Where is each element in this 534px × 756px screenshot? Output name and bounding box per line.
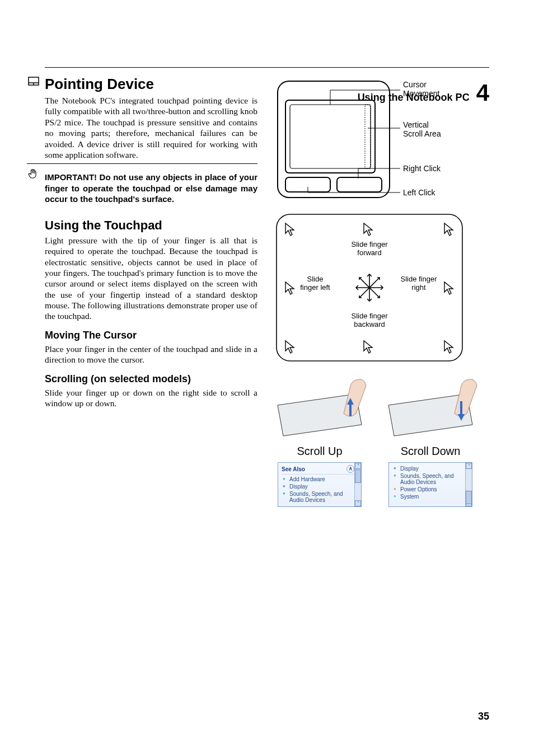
pointing-device-body: The Notebook PC's integrated touchpad po… xyxy=(45,95,257,160)
scroll-panel-up: See Also ∧ Add Hardware Display Sounds, … xyxy=(278,462,362,507)
panel-title: See Also ∧ xyxy=(282,465,354,475)
touchpad-schematic-figure: CursorMovement VerticalScroll Area Right… xyxy=(274,78,465,201)
label-slide-forward: Slide fingerforward xyxy=(341,240,397,257)
section-pointing-device: Pointing Device xyxy=(27,76,257,93)
page-number: 35 xyxy=(478,711,489,722)
collapse-icon: ∧ xyxy=(346,465,354,473)
svg-rect-5 xyxy=(290,105,371,168)
scroll-panel-down: Display Sounds, Speech, and Audio Device… xyxy=(388,462,472,507)
scroll-up-arrow-icon: ˄ xyxy=(355,463,361,469)
caption-scroll-down: Scroll Down xyxy=(383,445,478,458)
panel-item: Display xyxy=(392,465,465,472)
caution-hand-icon xyxy=(27,167,39,205)
panel-item: Power Options xyxy=(392,486,465,493)
panel-item: Sounds, Speech, and Audio Devices xyxy=(392,472,465,486)
panel-item: Display xyxy=(282,483,354,490)
chapter-number: 4 xyxy=(476,81,489,105)
label-slide-right: Slide fingerright xyxy=(396,275,441,292)
svg-rect-6 xyxy=(365,105,371,168)
scroll-figure: Scroll Up See Also ∧ Add Hardware Displa… xyxy=(274,374,476,537)
section-using-touchpad: Using the Touchpad xyxy=(45,218,257,233)
label-slide-backward: Slide fingerbackward xyxy=(341,312,397,328)
panel-item: System xyxy=(392,493,465,500)
section-scrolling: Scrolling (on selected models) xyxy=(45,373,257,385)
label-right-click: Right Click xyxy=(403,164,441,173)
scrollbar-thumb xyxy=(466,491,472,504)
section-title: Pointing Device xyxy=(45,76,154,93)
scrollbar-thumb xyxy=(355,469,361,483)
moving-cursor-body: Place your finger in the center of the t… xyxy=(45,344,257,365)
header-rule xyxy=(45,67,489,68)
scroll-down-arrow-icon: ˅ xyxy=(355,500,361,506)
touchpad-section-icon xyxy=(27,76,40,93)
caption-scroll-up: Scroll Up xyxy=(272,445,367,458)
important-callout: IMPORTANT! Do not use any objects in pla… xyxy=(27,163,257,205)
important-text: IMPORTANT! Do not use any objects in pla… xyxy=(45,172,257,205)
svg-rect-4 xyxy=(285,100,375,173)
label-slide-left: Slidefinger left xyxy=(296,275,335,292)
svg-rect-8 xyxy=(337,177,382,192)
finger-direction-figure: Slide fingerforward Slide fingerbackward… xyxy=(274,212,465,363)
using-touchpad-body: Light pressure with the tip of your fing… xyxy=(45,235,257,322)
svg-rect-3 xyxy=(278,81,390,198)
scroll-up-sketch xyxy=(272,374,367,442)
label-vertical-scroll: VerticalScroll Area xyxy=(403,120,441,138)
label-cursor-movement: CursorMovement xyxy=(403,80,439,98)
scroll-down-sketch xyxy=(383,374,478,442)
label-left-click: Left Click xyxy=(403,188,435,197)
scroll-up-arrow-icon: ˄ xyxy=(466,463,472,469)
section-moving-cursor: Moving The Cursor xyxy=(45,330,257,341)
panel-item: Add Hardware xyxy=(282,476,354,483)
scrolling-body: Slide your finger up or down on the righ… xyxy=(45,387,257,409)
panel-item: Sounds, Speech, and Audio Devices xyxy=(282,490,354,504)
